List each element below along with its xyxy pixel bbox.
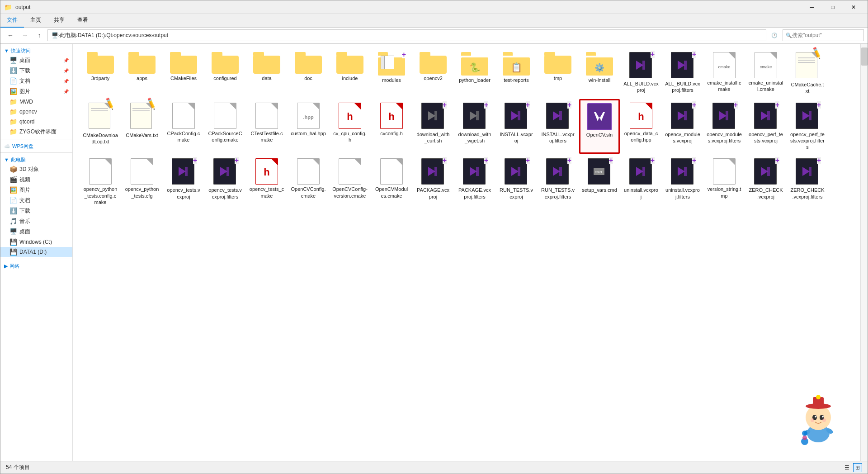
list-item[interactable]: opencv_python_tests.config.cmake: [80, 155, 121, 209]
list-item[interactable]: + download_with_curl.sh: [413, 99, 453, 154]
list-item[interactable]: + uninstall.vcxproj: [621, 155, 661, 209]
sidebar-item-pictures[interactable]: 🖼️图片📌: [0, 86, 72, 97]
tab-view[interactable]: 查看: [71, 14, 94, 28]
sidebar-item-documents[interactable]: 📄文档📌: [0, 76, 72, 86]
sidebar-item-opencv[interactable]: 📁opencv: [0, 107, 72, 117]
list-item[interactable]: + RUN_TESTS.vcxproj: [496, 155, 537, 209]
list-item[interactable]: ✏️ CMakeCache.txt: [787, 48, 828, 98]
list-item[interactable]: cmake cmake_install.cmake: [704, 48, 745, 98]
list-item[interactable]: cmake cmake_uninstall.cmake: [745, 48, 786, 98]
list-item[interactable]: + PACKAGE.vcxproj: [413, 155, 453, 209]
list-item[interactable]: + INSTALL.vcxproj.filters: [538, 99, 578, 154]
list-item[interactable]: + opencv_perf_tests.vcxproj: [745, 99, 786, 154]
list-item[interactable]: + modules: [371, 48, 412, 98]
list-item[interactable]: + PACKAGE.vcxproj.filters: [454, 155, 495, 209]
list-item[interactable]: + uninstall.vcxproj.filters: [662, 155, 703, 209]
list-item[interactable]: + ZERO_CHECK.vcxproj: [745, 155, 786, 209]
list-item[interactable]: h cv_cpu_config.h: [330, 99, 370, 154]
list-item[interactable]: version_string.tmp: [704, 155, 745, 209]
vertical-scrollbar[interactable]: [860, 44, 868, 461]
list-item[interactable]: + ZERO_CHECK.vcxproj.filters: [787, 155, 828, 209]
list-item[interactable]: 🐍 python_loader: [454, 48, 495, 98]
list-item[interactable]: configured: [205, 48, 245, 98]
file-area[interactable]: 3rdparty apps: [73, 44, 860, 461]
list-item[interactable]: + ALL_BUILD.vcxproj.filters: [662, 48, 703, 98]
minimize-button[interactable]: ─: [802, 0, 822, 14]
sidebar-item-pictures2[interactable]: 🖼️图片: [0, 185, 72, 195]
list-item[interactable]: ✏️ CMakeVars.txt: [122, 99, 162, 154]
icon-view-button[interactable]: ⊞: [853, 463, 862, 472]
h-file-icon: h: [255, 158, 278, 185]
sidebar-item-downloads2[interactable]: ⬇️下载: [0, 206, 72, 216]
list-item[interactable]: cmd + setup_vars.cmd: [579, 155, 620, 209]
tab-home[interactable]: 主页: [24, 14, 47, 28]
scrollbar-thumb[interactable]: [861, 47, 868, 66]
file-label: tmp: [554, 75, 562, 81]
vcxproj-filters-icon: +: [671, 158, 694, 185]
sidebar-item-music[interactable]: 🎵音乐: [0, 216, 72, 227]
close-button[interactable]: ✕: [843, 0, 864, 14]
list-item[interactable]: data: [246, 48, 287, 98]
list-item[interactable]: h opencv_data_config.hpp: [621, 99, 661, 154]
maximize-button[interactable]: □: [822, 0, 843, 14]
list-item[interactable]: .hpp custom_hal.hpp: [288, 99, 329, 154]
list-item[interactable]: tmp: [538, 48, 578, 98]
list-item[interactable]: OpenCVConfig.cmake: [288, 155, 329, 209]
sidebar-item-data1[interactable]: 💾DATA1 (D:): [0, 247, 72, 257]
opencv-sln-item[interactable]: OpenCV.sln: [579, 99, 620, 154]
list-item[interactable]: ⚙️ win-install: [579, 48, 620, 98]
search-box[interactable]: 🔍: [783, 29, 864, 41]
list-item[interactable]: opencv_python_tests.cfg: [122, 155, 162, 209]
list-item[interactable]: h cvconfig.h: [371, 99, 412, 154]
sidebar-item-3d[interactable]: 📦3D 对象: [0, 164, 72, 175]
tab-file[interactable]: 文件: [0, 14, 24, 28]
list-item[interactable]: + opencv_tests.vcxproj: [163, 155, 204, 209]
list-item[interactable]: apps: [122, 48, 162, 98]
recent-button[interactable]: 🕐: [768, 29, 781, 42]
sidebar-item-qtcord[interactable]: 📁qtcord: [0, 117, 72, 127]
list-item[interactable]: + download_with_wget.sh: [454, 99, 495, 154]
forward-button[interactable]: →: [19, 29, 31, 42]
list-item[interactable]: + opencv_modules.vcxproj.filters: [704, 99, 745, 154]
sidebar-item-downloads[interactable]: ⬇️下载📌: [0, 66, 72, 76]
list-item[interactable]: + ALL_BUILD.vcxproj: [621, 48, 661, 98]
list-item[interactable]: CMakeFiles: [163, 48, 204, 98]
list-item[interactable]: + opencv_modules.vcxproj: [662, 99, 703, 154]
list-item[interactable]: OpenCVModules.cmake: [371, 155, 412, 209]
list-item[interactable]: OpenCVConfig-version.cmake: [330, 155, 370, 209]
list-item[interactable]: CPackConfig.cmake: [163, 99, 204, 154]
list-item[interactable]: ✏️ CMakeDownloadLog.txt: [80, 99, 121, 154]
sidebar-item-zygo[interactable]: 📁ZYGO软件界面: [0, 127, 72, 137]
list-view-button[interactable]: ☰: [842, 463, 851, 472]
tab-share[interactable]: 共享: [47, 14, 71, 28]
sidebar-item-documents2[interactable]: 📄文档: [0, 195, 72, 206]
file-label: cmake_uninstall.cmake: [748, 80, 783, 93]
sidebar-item-winc[interactable]: 💾Windows (C:): [0, 237, 72, 247]
sidebar-item-desktop[interactable]: 🖥️桌面📌: [0, 55, 72, 66]
list-item[interactable]: + RUN_TESTS.vcxproj.filters: [538, 155, 578, 209]
list-item[interactable]: + opencv_perf_tests.vcxproj.filters: [787, 99, 828, 154]
list-item[interactable]: include: [330, 48, 370, 98]
list-item[interactable]: h opencv_tests_c make: [246, 155, 287, 209]
list-item[interactable]: CTestTestfile.cmake: [246, 99, 287, 154]
list-item[interactable]: 3rdparty: [80, 48, 121, 98]
sidebar-item-desktop2[interactable]: 🖥️桌面: [0, 227, 72, 237]
sidebar-item-mwd[interactable]: 📁MWD: [0, 97, 72, 107]
list-item[interactable]: opencv2: [413, 48, 453, 98]
file-label: opencv_modules.vcxproj.filters: [707, 131, 742, 144]
list-item[interactable]: doc: [288, 48, 329, 98]
list-item[interactable]: CPackSourceConfig.cmake: [205, 99, 245, 154]
file-label: ALL_BUILD.vcxproj.filters: [665, 81, 700, 94]
sidebar-quick-access[interactable]: ▼ 快速访问: [0, 46, 72, 55]
address-path[interactable]: 🖥️ › 此电脑 › DATA1 (D:) › Qt › opencv › so…: [47, 29, 766, 41]
search-input[interactable]: [792, 32, 861, 38]
back-button[interactable]: ←: [4, 29, 17, 42]
sidebar-this-pc[interactable]: ▼ 此电脑: [0, 155, 72, 164]
list-item[interactable]: 📋 test-reports: [496, 48, 537, 98]
sidebar-network[interactable]: ▶ 网络: [0, 261, 72, 270]
list-item[interactable]: + opencv_tests.vcxproj.filters: [205, 155, 245, 209]
list-item[interactable]: + INSTALL.vcxproj: [496, 99, 537, 154]
sidebar-item-videos[interactable]: 🎬视频: [0, 175, 72, 185]
sidebar-wps[interactable]: ☁️ WPS网盘: [0, 141, 72, 151]
up-button[interactable]: ↑: [33, 29, 46, 42]
